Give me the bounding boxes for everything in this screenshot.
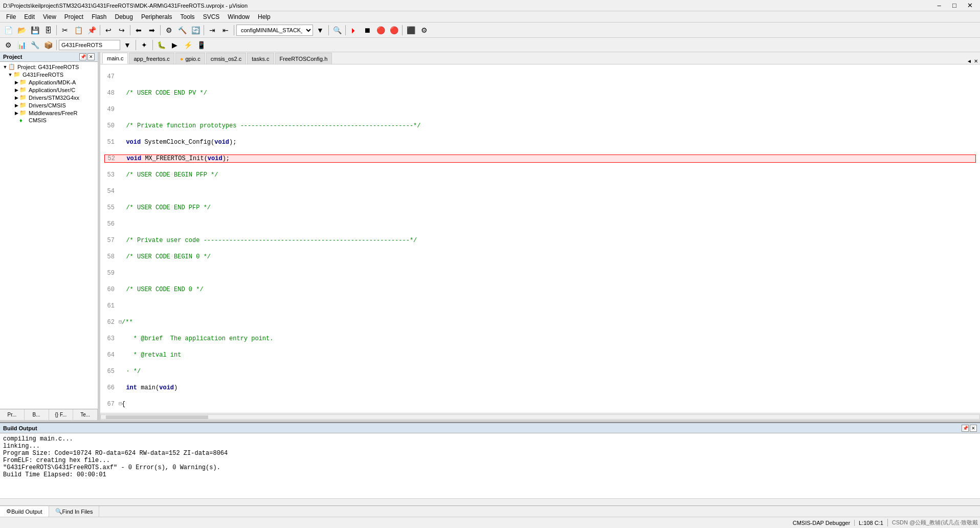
stop-debug-button[interactable]: ⏹ [361,25,373,36]
build-output-tabs: ⚙ Build Output 🔍 Find In Files [0,505,980,517]
project-tree: ▼ 📋 Project: G431FreeROTS ▼ 📁 G431FreeRO… [0,62,98,409]
file-tabs-bar: main.c app_freertos.c ● gpio.c cmsis_os2… [100,52,980,64]
start-debug-button[interactable]: ⏵ [348,25,360,36]
menu-peripherals[interactable]: Peripherals [137,12,176,21]
config-select-button[interactable]: ▼ [314,25,326,36]
hscroll-thumb[interactable] [106,415,208,420]
config-dropdown[interactable]: configMINIMAL_STACK_S [236,25,313,36]
tb2-btn3[interactable]: 🔧 [29,39,41,51]
build-line-1: compiling main.c... [3,435,977,443]
debug-bp-button[interactable]: 🔴 [388,25,400,36]
code-editor[interactable]: 47 48 /* USER CODE END PV */ 49 50 /* Pr… [100,64,980,413]
menu-tools[interactable]: Tools [176,12,199,21]
build-button[interactable]: 🔨 [176,25,188,36]
code-line-62: 62⊟/** [104,318,976,326]
menu-edit[interactable]: Edit [20,12,39,21]
separator-5 [204,25,204,35]
undo-button[interactable]: ↩ [102,25,115,36]
tab-templates[interactable]: Te... [73,409,98,420]
project-name-field[interactable] [59,40,120,50]
tab-gpio-label: gpio.c [185,56,200,62]
tb2-flash-btn[interactable]: ⚡ [182,39,194,51]
maximize-button[interactable]: □ [947,1,962,10]
tree-middlewares[interactable]: ▶ 📁 Middlewares/FreeR [1,109,97,117]
window-btn[interactable]: ⬛ [405,25,417,36]
tree-g431freertos[interactable]: ▼ 📁 G431FreeROTS [1,71,97,78]
folder-icon-mdk: 📁 [19,79,28,85]
tb2-extra-btn[interactable]: 📱 [195,39,207,51]
nav-back-button[interactable]: ⬅ [132,25,145,36]
tree-drivers-stm[interactable]: ▶ 📁 Drivers/STM32G4xx [1,94,97,101]
copy-button[interactable]: 📋 [72,25,84,36]
close-button[interactable]: ✕ [963,1,977,10]
tb2-btn4[interactable]: 📦 [42,39,54,51]
separator-6 [234,25,234,35]
build-output-tab[interactable]: ⚙ Build Output [0,506,49,517]
tree-drivers-cmsis[interactable]: ▶ 📁 Drivers/CMSIS [1,101,97,109]
minimize-button[interactable]: – [932,1,946,10]
menu-project[interactable]: Project [60,12,87,21]
unindent-button[interactable]: ⇤ [219,25,232,36]
save-all-button[interactable]: 🗄 [42,25,54,36]
build-output-header: Build Output 📌 ✕ [0,423,980,433]
nav-fwd-button[interactable]: ➡ [146,25,158,36]
tab-tasks-c[interactable]: tasks.c [247,53,274,64]
tab-close-active[interactable]: ✕ [974,58,978,64]
cut-button[interactable]: ✂ [59,25,71,36]
code-line-67: 67⊟{ [104,400,976,408]
tb2-run-btn[interactable]: ▶ [168,39,181,51]
tab-cmsis-os2-c[interactable]: cmsis_os2.c [206,53,247,64]
tab-project[interactable]: Pr... [0,409,25,420]
tab-main-c[interactable]: main.c [102,53,128,64]
indent-button[interactable]: ⇥ [206,25,218,36]
tab-freertos-config[interactable]: FreeRTOSConfig.h [275,53,332,64]
project-panel-close[interactable]: ✕ [87,53,95,60]
options-button[interactable]: ⚙ [418,25,430,36]
separator-t2-3 [152,40,153,50]
tb2-btn2[interactable]: 📊 [15,39,28,51]
tb2-magic-btn[interactable]: ✦ [138,39,150,51]
redo-button[interactable]: ↪ [116,25,128,36]
menu-flash[interactable]: Flash [87,12,110,21]
menu-debug[interactable]: Debug [111,12,137,21]
tab-gpio-c[interactable]: ● gpio.c [175,53,205,64]
find-in-files-tab[interactable]: 🔍 Find In Files [49,506,100,517]
tab-scroll-left[interactable]: ◄ [967,58,972,64]
tree-app-user[interactable]: ▶ 📁 Application/User/C [1,86,97,94]
separator-9 [402,25,403,35]
project-dropdown-btn[interactable]: ▼ [121,39,133,51]
tab-books[interactable]: B... [25,409,49,420]
menu-svcs[interactable]: SVCS [199,12,224,21]
save-button[interactable]: 💾 [29,25,41,36]
build-output-pin[interactable]: 📌 [962,425,969,432]
menu-view[interactable]: View [39,12,60,21]
build-horizontal-scrollbar[interactable] [0,498,980,505]
new-file-button[interactable]: 📄 [2,25,14,36]
tree-cmsis[interactable]: ♦ CMSIS [1,117,97,124]
code-horizontal-scrollbar[interactable] [100,413,980,420]
open-file-button[interactable]: 📂 [15,25,28,36]
tree-project-root[interactable]: ▼ 📋 Project: G431FreeROTS [1,63,97,71]
build-output-close[interactable]: ✕ [970,425,977,432]
tree-app-mdk[interactable]: ▶ 📁 Application/MDK-A [1,78,97,86]
debug-reset-button[interactable]: 🔴 [374,25,387,36]
separator-8 [345,25,346,35]
paste-button[interactable]: 📌 [85,25,98,36]
tab-main-c-label: main.c [107,55,123,61]
tab-project-label: Pr... [7,412,16,417]
tab-templates-label: Te... [80,412,90,417]
code-line-50: 50 /* Private function prototypes ------… [104,122,976,130]
tab-app-freertos-label: app_freertos.c [133,56,169,62]
tab-funcs[interactable]: {} F... [49,409,74,420]
menu-window[interactable]: Window [224,12,254,21]
build-line-3: Program Size: Code=10724 RO-data=624 RW-… [3,450,977,457]
menu-help[interactable]: Help [254,12,275,21]
menu-file[interactable]: File [2,12,20,21]
compile-button[interactable]: ⚙ [163,25,175,36]
tab-app-freertos-c[interactable]: app_freertos.c [129,53,174,64]
tb2-debug-btn[interactable]: 🐛 [155,39,167,51]
search-button[interactable]: 🔍 [331,25,343,36]
rebuild-button[interactable]: 🔄 [189,25,202,36]
build-output-button[interactable]: ⚙ [2,39,14,51]
project-panel-pin[interactable]: 📌 [79,53,86,60]
